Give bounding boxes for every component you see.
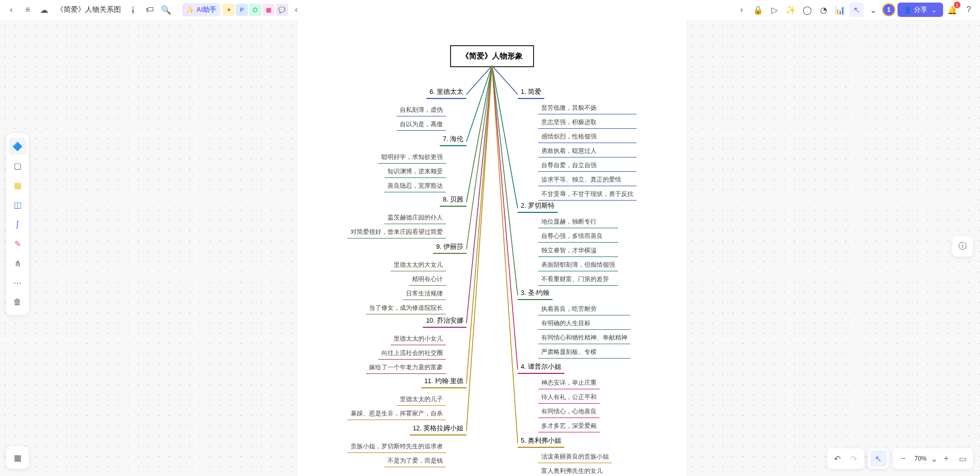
- avatar[interactable]: 1: [882, 3, 895, 16]
- back-button[interactable]: ‹: [4, 3, 18, 17]
- branch-right-3[interactable]: 4. 谭普尔小姐神态安详，举止庄重待人有礼，公正平和有同情心，心地善良多才多艺，…: [518, 361, 600, 432]
- branch-item[interactable]: 自私刻薄，虚伪: [397, 104, 446, 116]
- branch-item[interactable]: 自尊心强，多情而善良: [538, 230, 618, 243]
- branch-item[interactable]: 多才多艺，深受爱戴: [538, 420, 600, 432]
- branch-item[interactable]: 活泼美丽善良的贵族小姐: [538, 451, 612, 463]
- branch-item[interactable]: 富人奥利弗先生的女儿: [538, 465, 612, 476]
- tool-frame[interactable]: ▢: [9, 157, 26, 174]
- branch-item[interactable]: 对简爱很好，曾来庄园看望过简爱: [348, 226, 446, 239]
- branch-right-1[interactable]: 2. 罗切斯特地位显赫，独断专行自尊心强，多情而善良独立睿智，才华横溢表面阴郁刻…: [518, 200, 618, 286]
- share-button[interactable]: 👤 分享 ⌄: [897, 3, 943, 17]
- branch-left-6[interactable]: 12. 英格拉姆小姐贵族小姐，罗切斯特先生的追求者不是为了爱，而是钱: [348, 423, 466, 467]
- branch-item[interactable]: 盖茨赫德庄园的仆人: [384, 212, 446, 224]
- branch-item[interactable]: 贫苦低微，其貌不扬: [538, 102, 637, 114]
- branch-item[interactable]: 贵族小姐，罗切斯特先生的追求者: [348, 441, 446, 453]
- branch-item[interactable]: 知识渊博，逆来顺受: [384, 166, 446, 178]
- branch-title[interactable]: 9. 伊丽莎: [433, 241, 466, 254]
- branch-item[interactable]: 暴躁、惹是生非，挥霍家产，自杀: [348, 408, 446, 420]
- branch-item[interactable]: 表面阴郁刻薄，但痴情倔强: [538, 259, 618, 271]
- branch-left-2[interactable]: 8. 贝茜盖茨赫德庄园的仆人对简爱很好，曾来庄园看望过简爱: [348, 194, 466, 239]
- effects-icon[interactable]: ✨: [784, 3, 798, 17]
- branch-title[interactable]: 3. 圣·约翰: [518, 287, 553, 300]
- branch-item[interactable]: 神态安详，举止庄重: [538, 377, 600, 389]
- branch-item[interactable]: 严肃略显刻板、专横: [538, 346, 630, 359]
- branch-left-0[interactable]: 6. 里德太太自私刻薄，虚伪自以为是，高傲: [397, 86, 466, 131]
- tool-note[interactable]: ▦: [9, 176, 26, 194]
- chart-icon[interactable]: 📊: [833, 3, 847, 17]
- branch-item[interactable]: 里德太太的小女儿: [391, 333, 446, 345]
- notifications-button[interactable]: 🔔1: [945, 3, 959, 17]
- app-icon-4[interactable]: ▦: [262, 4, 275, 16]
- branch-item[interactable]: 当了修女，成为修道院院长: [366, 302, 446, 314]
- collapse-apps[interactable]: ‹: [289, 3, 303, 17]
- branch-title[interactable]: 7. 海伦: [440, 133, 466, 146]
- app-icon-3[interactable]: ⬡: [249, 4, 261, 16]
- tag-button[interactable]: 🏷: [142, 3, 157, 17]
- root-node[interactable]: 《简爱》人物形象: [450, 45, 534, 67]
- help-button[interactable]: ?: [962, 3, 976, 17]
- branch-title[interactable]: 6. 里德太太: [426, 86, 466, 99]
- cursor-mode[interactable]: ↖: [849, 3, 864, 17]
- search-button[interactable]: 🔍: [159, 3, 173, 17]
- download-button[interactable]: ⭳: [126, 3, 140, 17]
- branch-left-1[interactable]: 7. 海伦聪明好学，求知欲更强知识渊博，逆来顺受善良隐忍，宽厚豁达: [378, 133, 466, 192]
- tool-trash[interactable]: 🗑: [9, 293, 26, 311]
- branch-right-0[interactable]: 1. 简爱贫苦低微，其貌不扬意志坚强，积极进取感情炽烈，性格倔强勇敢执着，聪慧过…: [518, 86, 637, 201]
- play-icon[interactable]: ▷: [767, 3, 782, 17]
- branch-item[interactable]: 善良隐忍，宽厚豁达: [384, 180, 446, 192]
- app-icon-1[interactable]: ✦: [222, 4, 235, 16]
- branch-title[interactable]: 12. 英格拉姆小姐: [410, 423, 466, 435]
- branch-title[interactable]: 5. 奥利弗小姐: [518, 435, 564, 448]
- tool-logo[interactable]: 🔷: [9, 137, 26, 155]
- branch-left-4[interactable]: 10. 乔治安娜里德太太的小女儿向往上流社会的社交圈嫁给了一个年老力衰的富豪: [366, 315, 466, 374]
- branch-item[interactable]: 有同情心和牺牲精神、奉献精神: [538, 332, 630, 344]
- expand-button[interactable]: ›: [734, 3, 749, 17]
- tool-shape[interactable]: ◫: [9, 196, 26, 213]
- branch-item[interactable]: 追求平等、独立、真正的爱情: [538, 174, 637, 186]
- tool-more[interactable]: ⋯: [9, 274, 26, 291]
- branch-right-4[interactable]: 5. 奥利弗小姐活泼美丽善良的贵族小姐富人奥利弗先生的女儿与圣约翰相爱却都不表达: [518, 435, 612, 476]
- dropdown-icon[interactable]: ⌄: [866, 3, 880, 17]
- mindmap-sheet[interactable]: 《简爱》人物形象 1. 简爱贫苦低微，其貌不扬意志坚强，积极进取感情炽烈，性格倔…: [297, 19, 687, 476]
- branch-item[interactable]: 日常生活规律: [403, 288, 446, 300]
- branch-title[interactable]: 8. 贝茜: [440, 194, 466, 207]
- tool-line[interactable]: ∫: [9, 215, 26, 233]
- circle-icon[interactable]: ◯: [800, 3, 814, 17]
- branch-title[interactable]: 10. 乔治安娜: [423, 315, 466, 328]
- app-icon-p[interactable]: P: [236, 4, 248, 16]
- branch-item[interactable]: 里德太太的儿子: [397, 393, 446, 406]
- branch-item[interactable]: 自尊自爱，自立自强: [538, 160, 637, 172]
- branch-item[interactable]: 有明确的人生目标: [538, 318, 630, 330]
- branch-item[interactable]: 勇敢执着，聪慧过人: [538, 145, 637, 157]
- tool-mindmap[interactable]: ⋔: [9, 254, 26, 272]
- cloud-icon[interactable]: ☁: [37, 3, 51, 17]
- branch-right-2[interactable]: 3. 圣·约翰执着善良，吃苦耐劳有明确的人生目标有同情心和牺牲精神、奉献精神严肃…: [518, 287, 630, 359]
- menu-button[interactable]: ≡: [21, 3, 35, 17]
- branch-item[interactable]: 不看重财富、门第的差异: [538, 273, 618, 286]
- branch-item[interactable]: 不甘受辱，不甘于现状，勇于反抗: [538, 188, 637, 201]
- tool-pen[interactable]: ✎: [9, 235, 26, 252]
- branch-item[interactable]: 不是为了爱，而是钱: [384, 455, 446, 467]
- branch-item[interactable]: 聪明好学，求知欲更强: [378, 151, 446, 164]
- branch-item[interactable]: 执着善良，吃苦耐劳: [538, 303, 630, 315]
- branch-title[interactable]: 1. 简爱: [518, 86, 544, 99]
- timer-icon[interactable]: ◔: [816, 3, 831, 17]
- branch-item[interactable]: 嫁给了一个年老力衰的富豪: [366, 362, 446, 374]
- branch-item[interactable]: 精明有心计: [409, 273, 446, 286]
- branch-item[interactable]: 意志坚强，积极进取: [538, 116, 637, 129]
- branch-item[interactable]: 自以为是，高傲: [397, 118, 446, 131]
- branch-item[interactable]: 待人有礼，公正平和: [538, 391, 600, 404]
- branch-item[interactable]: 独立睿智，才华横溢: [538, 245, 618, 257]
- branch-item[interactable]: 感情炽烈，性格倔强: [538, 131, 637, 143]
- branch-title[interactable]: 4. 谭普尔小姐: [518, 361, 564, 374]
- lock-icon[interactable]: 🔒: [751, 3, 765, 17]
- app-icon-5[interactable]: 💬: [276, 4, 288, 16]
- branch-title[interactable]: 2. 罗切斯特: [518, 200, 558, 213]
- branch-title[interactable]: 11. 约翰·里德: [421, 375, 466, 388]
- branch-item[interactable]: 有同情心，心地善良: [538, 406, 600, 418]
- branch-left-3[interactable]: 9. 伊丽莎里德太太的大女儿精明有心计日常生活规律当了修女，成为修道院院长: [366, 241, 466, 314]
- ai-assistant-button[interactable]: ✨ AI助手: [182, 3, 220, 16]
- branch-item[interactable]: 地位显赫，独断专行: [538, 216, 618, 228]
- branch-item[interactable]: 向往上流社会的社交圈: [378, 347, 446, 360]
- branch-left-5[interactable]: 11. 约翰·里德里德太太的儿子暴躁、惹是生非，挥霍家产，自杀: [348, 375, 466, 420]
